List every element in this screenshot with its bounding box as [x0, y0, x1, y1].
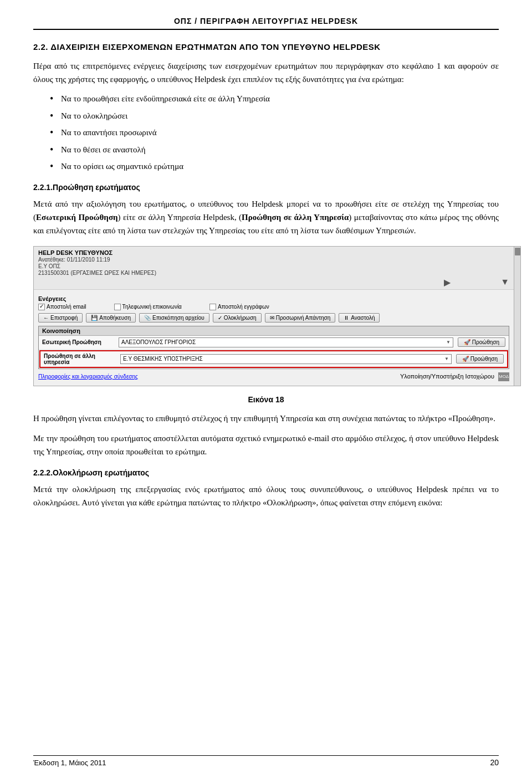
prosorini-icon: ✉	[270, 315, 274, 321]
apothikeusi-label: Αποθήκευση	[99, 315, 131, 321]
epistrofi-icon: ←	[43, 315, 49, 321]
page-header: ΟΠΣ / ΠΕΡΙΓΡΑΦΗ ΛΕΙΤΟΥΡΓΙΑΣ HELPDESK	[33, 17, 499, 30]
cb-apostoli[interactable]	[38, 304, 45, 310]
proothisi-label-2: Προώθηση	[470, 356, 498, 362]
koin-allh-select[interactable]: Ε.Υ ΘΕΣΜΙΚΗΣ ΥΠΟΣΤΗΡΙΞΗΣ ▼	[120, 354, 452, 364]
koin-esoterik-label: Εσωτερική Προώθηση	[42, 339, 114, 345]
section-number: 2.2.	[33, 42, 48, 52]
cb-apostoli-egr-label: Αποστολή εγγράφων	[218, 304, 269, 310]
screenshot-footer-row: Πληροφορίες και λογαριασμός σύνδεσης Υλο…	[38, 371, 509, 382]
capabilities-list: Να το προωθήσει είτε ενδοϋπηρεσιακά είτε…	[50, 93, 499, 173]
footer-mod-icon: ΜΟΔ	[498, 372, 509, 381]
action-buttons-row: ← Επιστροφή 💾 Αποθήκευση 📎 Επισκόπηση αρ…	[38, 313, 509, 323]
list-item: Να το ολοκληρώσει	[50, 110, 499, 122]
intro-paragraph: Πέρα από τις επιτρεπόμενες ενέργειες δια…	[33, 59, 499, 86]
list-item: Να το προωθήσει είτε ενδοϋπηρεσιακά είτε…	[50, 93, 499, 105]
footer-right-area: Υλοποίηση/Υποστήριξη Ιστοχώρου ΜΟΔ	[400, 372, 509, 381]
screenshot-nav-arrow1: ▶	[444, 277, 451, 288]
anastoli-label: Αναστολή	[351, 315, 375, 321]
screenshot-box: HELP DESK ΥΠΕΥΘΥΝΟΣ Ανατέθηκε: 01/11/201…	[33, 246, 521, 386]
proothisi-icon-1: 🚀	[464, 339, 470, 345]
screenshot-header-sub2: Ε.Υ ΟΠΣ	[38, 263, 509, 269]
edition-label: Έκδοση 1, Μάιος 2011	[33, 759, 106, 767]
apothikeusi-icon: 💾	[91, 315, 98, 321]
screenshot-main: HELP DESK ΥΠΕΥΘΥΝΟΣ Ανατέθηκε: 01/11/201…	[34, 247, 514, 386]
epistrofi-label: Επιστροφή	[50, 315, 78, 321]
proothisi-icon-2: 🚀	[462, 356, 469, 362]
koin-allh-value: Ε.Υ ΘΕΣΜΙΚΗΣ ΥΠΟΣΤΗΡΙΞΗΣ	[123, 356, 203, 362]
epistrofi-button[interactable]: ← Επιστροφή	[38, 313, 83, 323]
list-item: Να το ορίσει ως σημαντικό ερώτημα	[50, 160, 499, 173]
anastoli-button[interactable]: ⏸ Αναστολή	[339, 313, 380, 323]
episkopisi-icon: 📎	[144, 315, 151, 321]
cb-apostoli-egr-group: Αποστολή εγγράφων	[209, 304, 269, 310]
koinopoiisi-header: Κοινοποίηση	[39, 326, 509, 336]
episkopisi-button[interactable]: 📎 Επισκόπηση αρχείου	[139, 313, 209, 323]
oloklirosi-paragraph-1: Μετά την ολοκλήρωση της επεξεργασίας ενό…	[33, 483, 499, 509]
screenshot-body: Ενέργειες Αποστολή email Τηλεφωνική επικ…	[34, 290, 514, 386]
oloklirosi-button[interactable]: ✓ Ολοκλήρωση	[213, 313, 262, 323]
koin-allh-label: Προώθηση σε άλλη υπηρεσία	[44, 353, 116, 365]
list-item: Να το απαντήσει προσωρινά	[50, 126, 499, 139]
cb-apostoli-label: Αποστολή email	[47, 304, 86, 310]
footer-right-text: Υλοποίηση/Υποστήριξη Ιστοχώρου	[400, 372, 494, 379]
section-2-2-title: 2.2. ΔΙΑΧΕΙΡΙΣΗ ΕΙΣΕΡΧΟΜΕΝΩΝ ΕΡΩΤΗΜΑΤΩΝ …	[33, 42, 499, 52]
apothikeusi-button[interactable]: 💾 Αποθήκευση	[86, 313, 136, 323]
koin-esoterik-arrow: ▼	[446, 340, 451, 345]
screenshot-header-sub1: Ανατέθηκε: 01/11/2010 11:19	[38, 257, 509, 263]
figure-caption: Εικόνα 18	[33, 395, 499, 404]
cb-apostoli-group: Αποστολή email	[38, 304, 86, 310]
energies-row: Αποστολή email Τηλεφωνική επικοινωνία Απ…	[38, 304, 509, 310]
prosorini-label: Προσωρινή Απάντηση	[276, 315, 331, 321]
proothisi-paragraph-1: Μετά από την αξιολόγηση του ερωτήματος, …	[33, 197, 499, 237]
page: ΟΠΣ / ΠΕΡΙΓΡΑΦΗ ΛΕΙΤΟΥΡΓΙΑΣ HELPDESK 2.2…	[0, 0, 532, 778]
cb-tilefoniki-group: Τηλεφωνική επικοινωνία	[114, 304, 182, 310]
subsection-2-2-2-number: 2.2.2.	[33, 468, 53, 477]
koinopoiisi-section: Κοινοποίηση Εσωτερική Προώθηση ΑΛΕΞΟΠΟΥΛ…	[38, 326, 509, 369]
proothisi-btn-2[interactable]: 🚀 Προώθηση	[456, 354, 504, 364]
episkopisi-label: Επισκόπηση αρχείου	[152, 315, 204, 321]
screenshot-header: HELP DESK ΥΠΕΥΘΥΝΟΣ Ανατέθηκε: 01/11/201…	[34, 247, 514, 290]
subsection-2-2-2-label: Ολοκλήρωση ερωτήματος	[53, 468, 149, 477]
section-label: ΔΙΑΧΕΙΡΙΣΗ ΕΙΣΕΡΧΟΜΕΝΩΝ ΕΡΩΤΗΜΑΤΩΝ ΑΠΟ Τ…	[50, 42, 381, 52]
koin-allh-arrow: ▼	[444, 356, 449, 361]
section-2-2-1-title: 2.2.1.Προώθηση ερωτήματος	[33, 183, 499, 192]
screenshot-header-title: HELP DESK ΥΠΕΥΘΥΝΟΣ	[38, 249, 509, 256]
oloklirosi-label: Ολοκλήρωση	[224, 315, 257, 321]
koin-esoterik-row: Εσωτερική Προώθηση ΑΛΕΞΟΠΟΥΛΟΣ ΓΡΗΓΟΡΙΟΣ…	[39, 336, 509, 350]
proothisi-btn-1[interactable]: 🚀 Προώθηση	[458, 337, 505, 347]
scrollbar-thumb	[515, 248, 520, 255]
proothisi-paragraph-2: Η προώθηση γίνεται επιλέγοντας το επιθυμ…	[33, 412, 499, 425]
screenshot-header-sub3: 2131500301 (ΕΡΓΑΣΙΜΕΣ ΩΡΕΣ ΚΑΙ ΗΜΕΡΕΣ)	[38, 270, 509, 276]
footer-link[interactable]: Πληροφορίες και λογαριασμός σύνδεσης	[38, 373, 138, 380]
oloklirosi-icon: ✓	[218, 315, 222, 321]
proothisi-paragraph-3: Με την προώθηση του ερωτήματος αποστέλλε…	[33, 432, 499, 458]
subsection-number: 2.2.1.	[33, 183, 53, 192]
cb-tilefoniki-label: Τηλεφωνική επικοινωνία	[122, 304, 182, 310]
prosorini-button[interactable]: ✉ Προσωρινή Απάντηση	[265, 313, 336, 323]
page-header-title: ΟΠΣ / ΠΕΡΙΓΡΑΦΗ ΛΕΙΤΟΥΡΓΙΑΣ HELPDESK	[33, 17, 499, 25]
page-footer: Έκδοση 1, Μάιος 2011 20	[33, 755, 499, 767]
proothisi-label-1: Προώθηση	[472, 339, 499, 345]
screenshot-nav-arrow2: ▼	[500, 277, 509, 288]
subsection-label: Προώθηση ερωτήματος	[53, 183, 140, 192]
cb-apostoli-egr[interactable]	[209, 304, 216, 310]
screenshot-spacer	[467, 277, 484, 288]
screenshot-scrollbar[interactable]	[514, 247, 520, 386]
koin-allh-row: Προώθηση σε άλλη υπηρεσία Ε.Υ ΘΕΣΜΙΚΗΣ Υ…	[39, 350, 508, 368]
page-number: 20	[490, 758, 499, 767]
anastoli-icon: ⏸	[344, 315, 349, 321]
section-2-2-2-title: 2.2.2.Ολοκλήρωση ερωτήματος	[33, 468, 499, 477]
koin-esoterik-select[interactable]: ΑΛΕΞΟΠΟΥΛΟΣ ΓΡΗΓΟΡΙΟΣ ▼	[119, 337, 453, 347]
energies-label: Ενέργειες	[38, 295, 509, 302]
cb-tilefoniki[interactable]	[114, 304, 121, 310]
list-item: Να το θέσει σε αναστολή	[50, 144, 499, 156]
koin-esoterik-value: ΑΛΕΞΟΠΟΥΛΟΣ ΓΡΗΓΟΡΙΟΣ	[121, 339, 196, 345]
screenshot-content: HELP DESK ΥΠΕΥΘΥΝΟΣ Ανατέθηκε: 01/11/201…	[34, 247, 520, 386]
